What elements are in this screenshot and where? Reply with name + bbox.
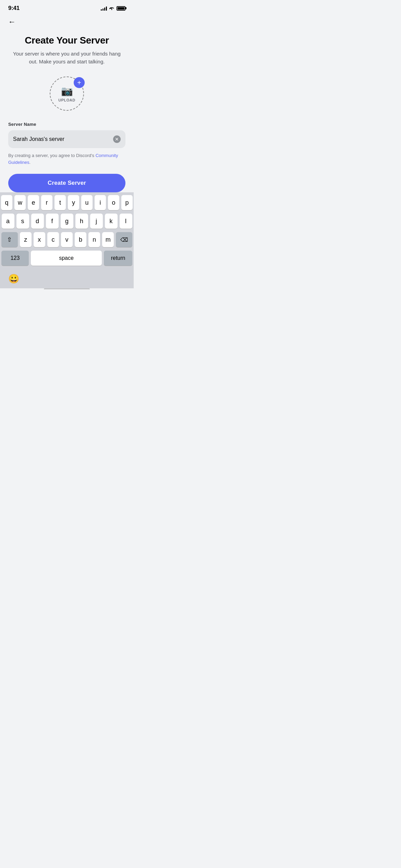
status-time: 9:41 (8, 5, 20, 12)
key-t[interactable]: t (54, 195, 66, 210)
upload-circle[interactable]: 📷 UPLOAD + (50, 76, 84, 111)
clear-icon: ✕ (115, 137, 119, 142)
key-a[interactable]: a (2, 214, 14, 229)
status-bar: 9:41 (0, 0, 134, 12)
key-c[interactable]: c (47, 232, 59, 247)
server-name-input-wrapper[interactable]: ✕ (8, 130, 125, 148)
keyboard: q w e r t y u i o p a s d f g h j k l ⇧ … (0, 192, 134, 288)
page-title: Create Your Server (8, 35, 125, 46)
keyboard-row-3: ⇧ z x c v b n m ⌫ (1, 232, 132, 247)
keyboard-bottom: 😀 (1, 269, 132, 287)
key-g[interactable]: g (61, 214, 73, 229)
key-j[interactable]: j (90, 214, 103, 229)
key-b[interactable]: b (75, 232, 86, 247)
shift-icon: ⇧ (7, 236, 12, 243)
delete-key[interactable]: ⌫ (116, 232, 132, 247)
key-o[interactable]: o (108, 195, 119, 210)
return-key[interactable]: return (104, 251, 132, 266)
key-r[interactable]: r (41, 195, 52, 210)
keyboard-row-2: a s d f g h j k l (1, 214, 132, 229)
upload-label: UPLOAD (58, 98, 75, 102)
upload-area[interactable]: 📷 UPLOAD + (8, 76, 125, 111)
field-label: Server Name (8, 122, 125, 127)
keyboard-row-4: 123 space return (1, 251, 132, 266)
back-button[interactable]: ← (8, 16, 21, 28)
signal-icon (101, 6, 107, 11)
key-p[interactable]: p (121, 195, 133, 210)
space-key[interactable]: space (31, 251, 102, 266)
clear-button[interactable]: ✕ (113, 135, 121, 143)
upload-plus-button[interactable]: + (74, 77, 85, 88)
create-server-button[interactable]: Create Server (8, 174, 125, 192)
key-s[interactable]: s (16, 214, 29, 229)
key-x[interactable]: x (34, 232, 45, 247)
home-indicator (0, 288, 134, 289)
key-u[interactable]: u (81, 195, 93, 210)
battery-icon (117, 6, 125, 11)
keyboard-row-1: q w e r t y u i o p (1, 195, 132, 210)
key-k[interactable]: k (105, 214, 118, 229)
server-name-input[interactable] (13, 136, 113, 142)
disclaimer-text: By creating a server, you agree to Disco… (8, 152, 125, 166)
key-n[interactable]: n (88, 232, 100, 247)
shift-key[interactable]: ⇧ (1, 232, 18, 247)
key-i[interactable]: i (95, 195, 106, 210)
key-w[interactable]: w (14, 195, 26, 210)
key-v[interactable]: v (61, 232, 73, 247)
key-e[interactable]: e (28, 195, 39, 210)
back-arrow-icon: ← (8, 18, 16, 26)
emoji-icon: 😀 (8, 274, 19, 284)
main-content: ← Create Your Server Your server is wher… (0, 12, 134, 192)
camera-icon: 📷 (61, 85, 73, 97)
key-d[interactable]: d (31, 214, 44, 229)
home-bar (44, 288, 90, 289)
key-f[interactable]: f (46, 214, 59, 229)
delete-icon: ⌫ (120, 237, 128, 243)
key-h[interactable]: h (75, 214, 88, 229)
numbers-key[interactable]: 123 (1, 251, 29, 266)
key-z[interactable]: z (20, 232, 32, 247)
page-subtitle: Your server is where you and your friend… (8, 50, 125, 65)
plus-icon: + (77, 79, 81, 86)
key-q[interactable]: q (1, 195, 12, 210)
wifi-icon (109, 6, 114, 10)
status-icons (101, 6, 125, 11)
svg-point-0 (111, 9, 112, 10)
key-y[interactable]: y (68, 195, 79, 210)
key-m[interactable]: m (102, 232, 114, 247)
key-l[interactable]: l (120, 214, 132, 229)
emoji-button[interactable]: 😀 (7, 272, 21, 286)
